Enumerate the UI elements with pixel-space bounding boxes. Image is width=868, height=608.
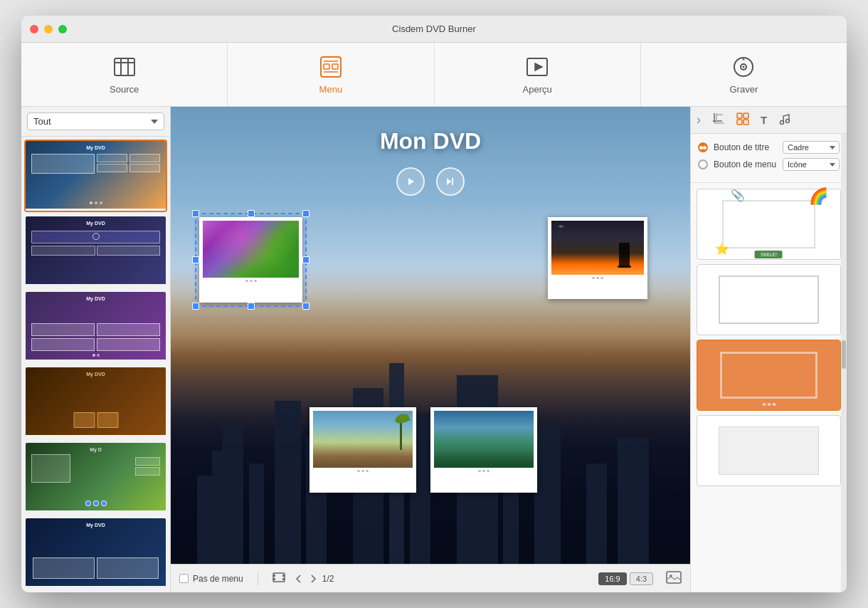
- thumb-label-classique6: Classique 6: [26, 586, 166, 589]
- photo-frame-4[interactable]: [430, 407, 537, 493]
- grid-tool-icon[interactable]: [736, 112, 749, 128]
- frame-template-smile[interactable]: 🌈 📎 ⭐ SMILE!: [697, 189, 841, 260]
- play-button[interactable]: [396, 167, 425, 196]
- svg-rect-20: [282, 575, 285, 577]
- menu-icon: [318, 54, 344, 80]
- svg-rect-21: [282, 578, 285, 580]
- thumbnail-classique5[interactable]: My D Classique 5: [24, 441, 167, 514]
- frame-template-orange[interactable]: [697, 340, 841, 411]
- svg-point-34: [786, 119, 790, 122]
- apercu-icon: [524, 54, 550, 80]
- menu-button-radio[interactable]: [698, 159, 708, 169]
- photo-frame-1[interactable]: [199, 217, 302, 303]
- next-button[interactable]: [436, 167, 465, 196]
- text-tool-icon[interactable]: T: [761, 114, 767, 126]
- maximize-button[interactable]: [58, 25, 67, 33]
- ratio-16-9-button[interactable]: 16:9: [598, 572, 626, 585]
- svg-marker-10: [535, 63, 542, 70]
- svg-rect-30: [743, 113, 748, 118]
- music-tool-icon[interactable]: [778, 112, 791, 128]
- thumb-label-classique3: Classique 3: [26, 360, 166, 363]
- background-image-icon[interactable]: [666, 571, 682, 587]
- right-panel-scrollbar[interactable]: [841, 134, 847, 592]
- svg-rect-31: [737, 120, 742, 125]
- graver-label: Graver: [730, 84, 758, 95]
- svg-rect-18: [273, 575, 275, 577]
- thumbnail-classique4[interactable]: My DVD Classique 4: [24, 366, 167, 439]
- title-button-radio[interactable]: [698, 142, 708, 152]
- thumbnail-img-classique1: My DVD: [26, 141, 166, 209]
- frame-templates: 🌈 📎 ⭐ SMILE!: [691, 183, 847, 592]
- thumb-label-classique5: Classique 5: [26, 510, 166, 514]
- canvas-area: Mon DVD: [171, 107, 690, 592]
- thumbnail-classique2[interactable]: My DVD Classique 2: [24, 215, 167, 288]
- right-panel-arrow[interactable]: ›: [697, 112, 701, 127]
- svg-rect-32: [743, 120, 748, 125]
- thumb-label-classique4: Classique 4: [26, 435, 166, 439]
- svg-rect-22: [667, 572, 681, 583]
- toolbar: Source Menu Aperçu: [21, 43, 847, 107]
- thumbnail-classique1[interactable]: My DVD: [24, 140, 167, 212]
- thumbnail-img-classique4: My DVD: [26, 367, 166, 435]
- thumbnail-list: My DVD: [21, 137, 170, 592]
- window-title: Cisdem DVD Burner: [392, 23, 476, 34]
- svg-point-33: [780, 120, 784, 124]
- svg-rect-19: [273, 578, 275, 580]
- no-menu-checkbox[interactable]: [179, 574, 189, 583]
- film-strip-icon[interactable]: [272, 571, 285, 587]
- no-menu-check: Pas de menu: [179, 574, 243, 584]
- svg-point-13: [743, 66, 745, 68]
- photo-frame-2[interactable]: 4K: [548, 217, 647, 299]
- toolbar-item-apercu[interactable]: Aperçu: [435, 43, 641, 106]
- toolbar-item-graver[interactable]: Graver: [641, 43, 847, 106]
- thumb-label-classique2: Classique 2: [26, 284, 166, 288]
- title-button-row: Bouton de titre Cadre Icône Texte: [698, 141, 840, 154]
- menu-button-select[interactable]: Icône Cadre Texte: [783, 158, 840, 171]
- thumbnail-img-classique3: My DVD: [26, 292, 166, 360]
- minimize-button[interactable]: [44, 25, 53, 33]
- svg-rect-5: [324, 64, 329, 69]
- thumbnail-classique3[interactable]: My DVD Classique 3: [24, 290, 167, 363]
- toolbar-item-source[interactable]: Source: [21, 43, 228, 106]
- thumbnail-img-classique5: My D: [26, 443, 166, 510]
- close-button[interactable]: [30, 25, 38, 33]
- menu-button-row: Bouton de menu Icône Cadre Texte: [698, 158, 840, 171]
- page-navigation: 1/2: [294, 574, 334, 584]
- next-page-icon[interactable]: [308, 574, 318, 584]
- frame-template-plain[interactable]: [697, 264, 841, 335]
- sidebar: Tout Classique Moderne Animé My DVD: [21, 107, 171, 592]
- prev-page-icon[interactable]: [294, 574, 304, 584]
- thumbnail-classique6[interactable]: My DVD Classique 6: [24, 517, 167, 589]
- filter-select[interactable]: Tout Classique Moderne Animé: [27, 112, 164, 130]
- svg-rect-17: [273, 573, 285, 582]
- title-button-label: Bouton de titre: [714, 142, 777, 152]
- sidebar-filter: Tout Classique Moderne Animé: [21, 107, 170, 137]
- crop-tool-icon[interactable]: [712, 112, 725, 128]
- source-label: Source: [110, 84, 139, 95]
- right-panel-controls: Bouton de titre Cadre Icône Texte Bouton…: [691, 134, 847, 183]
- dvd-menu-canvas[interactable]: Mon DVD: [171, 107, 690, 564]
- page-number: 1/2: [322, 574, 334, 584]
- svg-marker-15: [447, 178, 451, 185]
- scrollbar-thumb[interactable]: [842, 340, 846, 369]
- graver-icon: [731, 54, 756, 80]
- ratio-4-3-button[interactable]: 4:3: [630, 572, 653, 585]
- titlebar: Cisdem DVD Burner: [21, 16, 847, 43]
- thumb-label-classique1: Classique 1: [26, 209, 166, 212]
- thumbnail-img-classique6: My DVD: [26, 518, 166, 586]
- status-bar: Pas de menu: [171, 564, 690, 592]
- apercu-label: Aperçu: [523, 84, 552, 95]
- frame-template-minimal[interactable]: [697, 415, 841, 486]
- window-controls: [30, 25, 67, 33]
- app-window: Cisdem DVD Burner Source: [21, 16, 847, 592]
- no-menu-label: Pas de menu: [193, 574, 243, 584]
- canvas-title: Mon DVD: [380, 128, 481, 154]
- canvas-controls: [396, 167, 465, 196]
- source-icon: [112, 54, 137, 80]
- photo-frame-3[interactable]: [309, 407, 416, 493]
- toolbar-item-menu[interactable]: Menu: [228, 43, 434, 106]
- title-button-select[interactable]: Cadre Icône Texte: [783, 141, 840, 154]
- main-content: Tout Classique Moderne Animé My DVD: [21, 107, 847, 592]
- svg-rect-0: [115, 58, 134, 75]
- svg-rect-6: [332, 64, 338, 69]
